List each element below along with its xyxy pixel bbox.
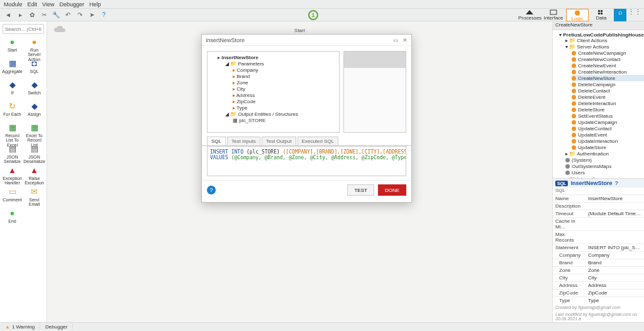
search-button[interactable]: ⌕ bbox=[614, 9, 626, 21]
toolbox-excel2rl[interactable]: ▦Excel To Record List bbox=[23, 122, 45, 143]
publish-badge[interactable]: 1 bbox=[308, 10, 318, 20]
param-company[interactable]: ▸ Company bbox=[233, 67, 336, 73]
prop-timeout[interactable]: Timeout(Module Default Timeout) bbox=[553, 210, 644, 217]
prop-statement[interactable]: StatementINSERT INTO {plc_STORE} ([C... bbox=[553, 244, 644, 251]
ref-users[interactable]: Users bbox=[565, 170, 644, 176]
toolbox-sql[interactable]: ◘SQL bbox=[23, 58, 45, 79]
toolbox-assign[interactable]: ◆Assign bbox=[23, 101, 45, 122]
prop-param-zone[interactable]: ZoneZone bbox=[553, 266, 644, 274]
tab-test-inputs[interactable]: Test Inputs bbox=[227, 137, 260, 145]
toolbox-search-input[interactable] bbox=[3, 24, 44, 34]
menu-debugger[interactable]: Debugger bbox=[59, 1, 84, 8]
param-type[interactable]: ▸ Type bbox=[233, 105, 336, 111]
toolbox-jsonser[interactable]: ▤JSON Serialize bbox=[1, 143, 23, 165]
sql-editor[interactable]: INSERT INTO {plc_STORE} ([COMPANY],[BRAN… bbox=[207, 146, 406, 176]
action-createnewinteraction[interactable]: CreateNewInteraction bbox=[572, 69, 644, 75]
action-updateinteraction[interactable]: UpdateInteraction bbox=[572, 138, 644, 144]
debugger-tab[interactable]: Debugger bbox=[40, 324, 73, 330]
tab-data[interactable]: Data bbox=[590, 9, 613, 21]
wrench-icon[interactable]: 🔧 bbox=[52, 11, 60, 20]
help-icon[interactable]: ? bbox=[99, 11, 108, 20]
apps-button[interactable]: ⋮⋮⋮ bbox=[628, 9, 640, 21]
info-icon[interactable]: ? bbox=[614, 180, 618, 186]
action-deleteevent[interactable]: DeleteEvent bbox=[572, 94, 644, 100]
tab-sql[interactable]: SQL bbox=[207, 137, 226, 145]
modified-by: Last modified by figueirajp@gmail.com on… bbox=[553, 311, 644, 322]
logic-tree[interactable]: ▾ PretiusLowCodePublishingHouseData ▸ 📁C… bbox=[553, 30, 644, 178]
prop-param-zipcode[interactable]: ZipCodeZipCode bbox=[553, 289, 644, 296]
action-seteventstatus[interactable]: SetEventStatus bbox=[572, 113, 644, 119]
action-deletecontact[interactable]: DeleteContact bbox=[572, 87, 644, 94]
forward-icon[interactable]: ▸ bbox=[16, 11, 25, 20]
arrow-icon[interactable]: ➤ bbox=[87, 11, 96, 20]
toolbox-exch[interactable]: ▲Exception Handler bbox=[1, 165, 23, 186]
tab-executed-sql[interactable]: Executed SQL bbox=[297, 137, 339, 145]
prop-param-type[interactable]: TypeType bbox=[553, 296, 644, 304]
breadcrumb[interactable]: CreateNewStore bbox=[553, 21, 644, 30]
toolbox-end[interactable]: ●End bbox=[1, 208, 23, 229]
toolbox-switch[interactable]: ◆Switch bbox=[23, 79, 45, 101]
action-updateevent[interactable]: UpdateEvent bbox=[572, 132, 644, 138]
close-icon[interactable]: ✕ bbox=[402, 37, 408, 43]
prop-maxrecords[interactable]: Max. Records bbox=[553, 230, 644, 244]
tab-processes[interactable]: Processes bbox=[518, 9, 541, 21]
param-zipcode[interactable]: ▸ ZipCode bbox=[233, 99, 336, 104]
tab-logic[interactable]: Logic bbox=[566, 9, 589, 21]
test-button[interactable]: TEST bbox=[347, 184, 374, 196]
toolbox-rl2excel[interactable]: ▦Record List To Excel bbox=[1, 122, 23, 143]
action-updatestore[interactable]: UpdateStore bbox=[572, 144, 644, 150]
prop-name[interactable]: NameInsertNewStore bbox=[553, 194, 644, 202]
menu-view[interactable]: View bbox=[42, 1, 54, 8]
toolbox-jsondes[interactable]: ▤JSON Deserialize bbox=[23, 143, 45, 165]
scissors-icon[interactable]: ✂ bbox=[40, 11, 48, 20]
toolbox-comment[interactable]: ▭Comment bbox=[1, 186, 23, 208]
param-city[interactable]: ▸ City bbox=[233, 86, 336, 92]
action-deleteinteraction[interactable]: DeleteInteraction bbox=[572, 100, 644, 106]
prop-param-company[interactable]: CompanyCompany bbox=[553, 251, 644, 259]
action-createnewevent[interactable]: CreateNewEvent bbox=[572, 62, 644, 69]
prop-description[interactable]: Description bbox=[553, 202, 644, 210]
prop-param-address[interactable]: AddressAddress bbox=[553, 281, 644, 289]
svg-rect-0 bbox=[550, 10, 557, 14]
toolbox-panel: ●Start●Run Server Action▦Aggregate◘SQL◆I… bbox=[0, 21, 47, 322]
action-deletecampaign[interactable]: DeleteCampaign bbox=[572, 81, 644, 87]
toolbox-foreach[interactable]: ↻For Each bbox=[1, 101, 23, 122]
toolbox-email[interactable]: ✉Send Email bbox=[23, 186, 45, 208]
action-createnewcampaign[interactable]: CreateNewCampaign bbox=[572, 50, 644, 56]
prop-cacheinmi[interactable]: Cache in Mi... bbox=[553, 217, 644, 230]
output-plc_store[interactable]: ▦ plc_STORE bbox=[233, 118, 336, 123]
toolbox-aggregate[interactable]: ▦Aggregate bbox=[1, 58, 23, 79]
dialog-help-icon[interactable]: ? bbox=[207, 186, 216, 194]
ref-system[interactable]: (System) bbox=[565, 157, 644, 164]
action-createnewcontact[interactable]: CreateNewContact bbox=[572, 56, 644, 62]
undo-icon[interactable]: ↶ bbox=[64, 11, 72, 20]
top-menu-bar: Module Edit View Debugger Help bbox=[0, 0, 644, 9]
redo-icon[interactable]: ↷ bbox=[75, 11, 84, 20]
param-zone[interactable]: ▸ Zone bbox=[233, 80, 336, 86]
ref-outsystemsmaps[interactable]: OutSystemsMaps bbox=[565, 164, 644, 170]
prop-param-brand[interactable]: BrandBrand bbox=[553, 259, 644, 266]
maximize-icon[interactable]: ▭ bbox=[393, 37, 399, 43]
tab-interface[interactable]: Interface bbox=[542, 9, 565, 21]
prop-param-city[interactable]: CityCity bbox=[553, 274, 644, 281]
menu-edit[interactable]: Edit bbox=[28, 1, 38, 8]
gear-icon[interactable]: ✿ bbox=[28, 11, 36, 20]
dialog-tree[interactable]: ▸ InsertNewStore ◢ 📁 Parameters ▸ Compan… bbox=[207, 51, 340, 133]
param-address[interactable]: ▸ Address bbox=[233, 93, 336, 98]
menu-help[interactable]: Help bbox=[89, 1, 101, 8]
tab-test-output[interactable]: Test Output bbox=[262, 137, 296, 145]
back-icon[interactable]: ◄ bbox=[4, 11, 13, 20]
toolbox-if[interactable]: ◆If bbox=[1, 79, 23, 101]
action-createnewstore[interactable]: CreateNewStore bbox=[572, 75, 644, 81]
done-button[interactable]: DONE bbox=[378, 184, 406, 196]
param-brand[interactable]: ▸ Brand bbox=[233, 74, 336, 79]
action-deletestore[interactable]: DeleteStore bbox=[572, 106, 644, 113]
action-updatecontact[interactable]: UpdateContact bbox=[572, 125, 644, 132]
action-updatecampaign[interactable]: UpdateCampaign bbox=[572, 119, 644, 125]
toolbox-runserver[interactable]: ●Run Server Action bbox=[23, 36, 45, 58]
toolbox-start[interactable]: ●Start bbox=[1, 36, 23, 58]
menu-module[interactable]: Module bbox=[4, 1, 23, 8]
warnings-tab[interactable]: ▲1 Warning bbox=[0, 324, 40, 330]
toolbox-raise[interactable]: ▲Raise Exception bbox=[23, 165, 45, 186]
flow-canvas[interactable]: Start InsertNewStore SQL End InsertNewSt… bbox=[47, 21, 552, 322]
